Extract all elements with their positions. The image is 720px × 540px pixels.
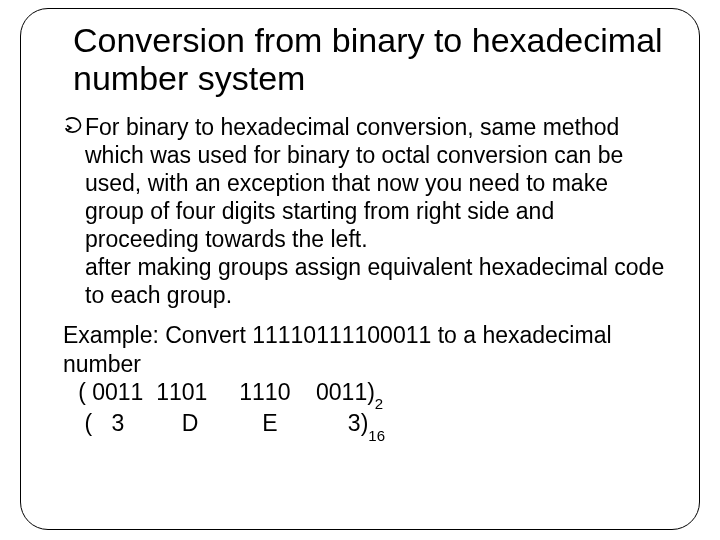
bullet-text-block: For binary to hexadecimal conversion, sa… xyxy=(85,113,669,309)
slide-title: Conversion from binary to hexadecimal nu… xyxy=(73,21,669,97)
example-prompt: Example: Convert 11110111100011 to a hex… xyxy=(63,321,663,377)
bullet-item: For binary to hexadecimal conversion, sa… xyxy=(63,113,669,309)
example-binary-row: ( 0011 1101 1110 0011)2 xyxy=(59,378,669,410)
bullet-paragraph-1: For binary to hexadecimal conversion, sa… xyxy=(85,114,623,252)
example-hex-groups: ( 3 D E 3) xyxy=(59,410,368,436)
curly-bullet-icon xyxy=(63,117,83,139)
subscript-base-2: 2 xyxy=(375,395,383,412)
example-block: Example: Convert 11110111100011 to a hex… xyxy=(59,321,669,441)
example-binary-groups: ( 0011 1101 1110 0011) xyxy=(59,379,375,405)
slide-frame: Conversion from binary to hexadecimal nu… xyxy=(20,8,700,530)
bullet-paragraph-2: after making groups assign equivalent he… xyxy=(85,254,664,308)
subscript-base-16: 16 xyxy=(368,427,385,444)
example-hex-row: ( 3 D E 3)16 xyxy=(59,409,669,441)
